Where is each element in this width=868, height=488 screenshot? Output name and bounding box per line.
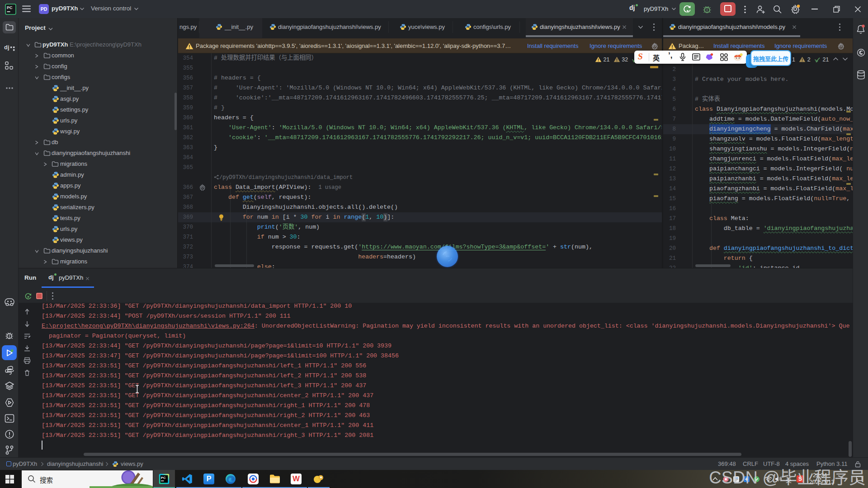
svg-text:PC: PC <box>161 476 166 480</box>
svg-text:PC: PC <box>7 5 13 10</box>
